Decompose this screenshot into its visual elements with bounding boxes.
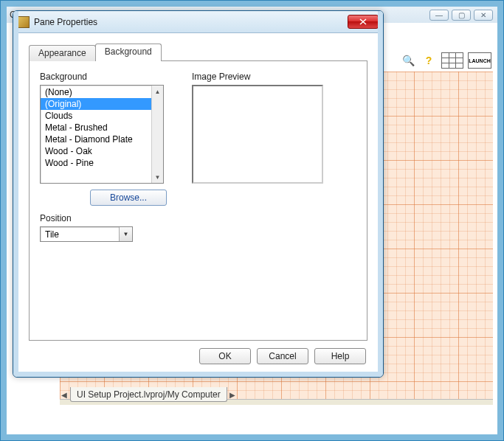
browse-button[interactable]: Browse...: [90, 190, 167, 206]
list-item[interactable]: Clouds: [41, 110, 151, 122]
help-icon[interactable]: ?: [421, 52, 437, 69]
tab-panel-background: Background (None) (Original) Clouds Meta…: [29, 60, 367, 341]
project-path-tab[interactable]: UI Setup Project.lvproj/My Computer: [70, 387, 227, 402]
tab-background[interactable]: Background: [95, 44, 162, 61]
image-preview-label: Image Preview: [192, 72, 323, 82]
position-section: Position Tile ▼: [40, 213, 133, 242]
list-item[interactable]: Metal - Diamond Plate: [41, 133, 151, 145]
tabs: Appearance Background: [29, 44, 161, 61]
ok-button[interactable]: OK: [199, 348, 251, 364]
list-item[interactable]: Wood - Oak: [41, 145, 151, 157]
dialog-titlebar[interactable]: Pane Properties: [13, 11, 383, 33]
list-item[interactable]: Wood - Pine: [41, 157, 151, 169]
grid-icon[interactable]: [441, 52, 463, 69]
bg-close-button[interactable]: ✕: [474, 10, 493, 21]
dialog-body: Appearance Background Background (None) …: [18, 33, 378, 372]
minimize-button[interactable]: —: [429, 10, 449, 21]
path-prev-icon[interactable]: ◀: [61, 387, 69, 402]
project-path-text: UI Setup Project.lvproj/My Computer: [77, 389, 221, 400]
image-preview-section: Image Preview: [192, 72, 323, 184]
background-listbox[interactable]: (None) (Original) Clouds Metal - Brushed…: [40, 85, 164, 184]
close-icon: [359, 18, 367, 25]
close-button[interactable]: [348, 15, 379, 29]
cancel-button[interactable]: Cancel: [257, 348, 308, 364]
list-item[interactable]: (None): [41, 86, 151, 98]
launch-button[interactable]: LAUNCH: [468, 52, 491, 69]
scroll-down-icon[interactable]: ▼: [152, 171, 163, 183]
image-preview-box: [192, 85, 323, 184]
help-button[interactable]: Help: [314, 348, 366, 364]
position-combobox[interactable]: Tile ▼: [40, 226, 133, 242]
background-list-items: (None) (Original) Clouds Metal - Brushed…: [41, 86, 151, 183]
dialog-title: Pane Properties: [34, 17, 348, 27]
pane-properties-dialog: Pane Properties Appearance Background Ba…: [13, 10, 384, 378]
scroll-up-icon[interactable]: ▲: [152, 86, 163, 97]
listbox-scrollbar[interactable]: ▲ ▼: [151, 86, 163, 183]
dialog-button-row: OK Cancel Help: [199, 348, 366, 364]
position-label: Position: [40, 213, 133, 223]
maximize-button[interactable]: ▢: [452, 10, 471, 21]
position-value: Tile: [41, 229, 119, 240]
tab-appearance[interactable]: Appearance: [29, 45, 96, 61]
path-next-icon[interactable]: ▶: [229, 387, 237, 402]
list-item[interactable]: (Original): [41, 98, 151, 110]
list-item[interactable]: Metal - Brushed: [41, 122, 151, 133]
search-icon[interactable]: 🔍: [400, 52, 416, 69]
chevron-down-icon[interactable]: ▼: [119, 227, 132, 241]
dialog-app-icon: [18, 16, 30, 28]
